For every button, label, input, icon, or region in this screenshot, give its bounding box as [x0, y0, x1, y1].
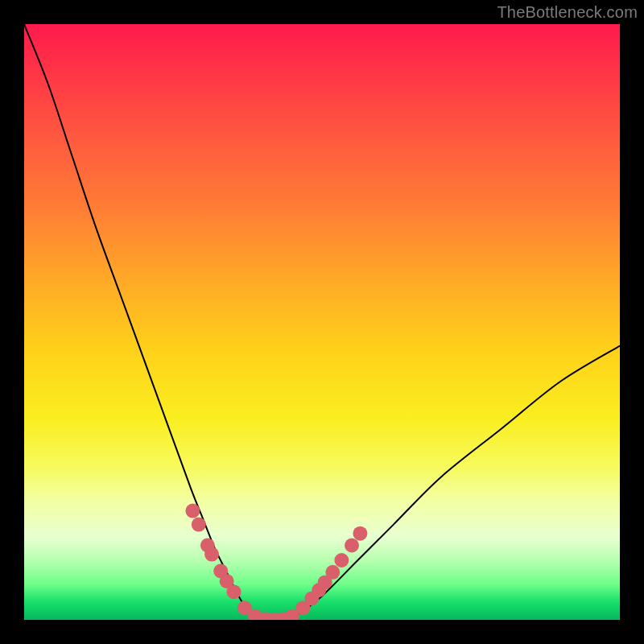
- marker-dot: [353, 526, 367, 541]
- curve-path: [24, 24, 620, 620]
- plot-background: [24, 24, 620, 620]
- marker-dot: [345, 539, 359, 553]
- chart-frame: TheBottleneck.com: [0, 0, 644, 644]
- watermark-text: TheBottleneck.com: [497, 3, 638, 22]
- marker-dot: [227, 584, 242, 599]
- marker-dot: [185, 504, 200, 518]
- marker-dot: [325, 565, 340, 580]
- marker-dot: [192, 518, 206, 532]
- bottleneck-curve: [24, 24, 620, 620]
- marker-dot: [334, 553, 349, 568]
- marker-dot: [204, 547, 219, 562]
